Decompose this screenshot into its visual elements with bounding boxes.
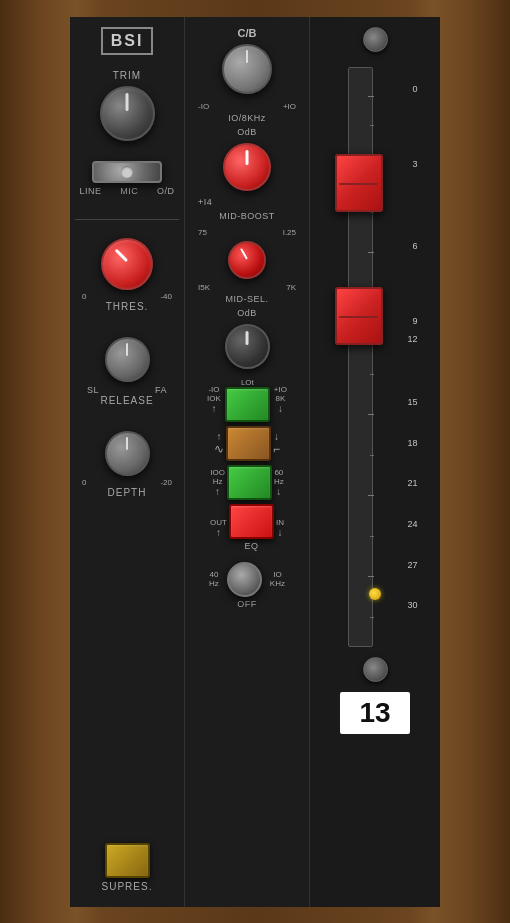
8k-label: 8K xyxy=(275,394,285,403)
switch-labels: LINE MIC O/D xyxy=(80,186,175,196)
channel-number: 13 xyxy=(340,692,410,734)
freq-75: 75 xyxy=(198,228,207,237)
divider-1 xyxy=(75,219,179,220)
mid-filter-button[interactable] xyxy=(226,426,271,461)
cb-knob[interactable] xyxy=(222,44,272,94)
tick-4 xyxy=(368,252,374,253)
60hz-label: 60 xyxy=(274,468,283,477)
release-section: SL FA RELEASE xyxy=(75,337,179,411)
vu-top-knob[interactable] xyxy=(363,27,388,52)
release-labels: SL FA xyxy=(87,385,167,395)
tick-12 xyxy=(368,576,374,577)
off-row: 40 Hz IO KHz xyxy=(193,562,301,597)
off-label: OFF xyxy=(237,599,257,609)
scale-9: 9 xyxy=(412,316,417,326)
vu-meter: 0 3 6 9 12 15 18 21 24 27 30 xyxy=(333,67,418,647)
scale-21: 21 xyxy=(407,478,417,488)
arrow-down-2: ↓ xyxy=(274,431,279,442)
tick-11 xyxy=(370,536,374,537)
odb-label2: OdB xyxy=(237,308,257,318)
btn-row-2: ↑ ∿ ↓ ⌐ xyxy=(193,426,301,461)
thres-zero: 0 xyxy=(82,292,86,301)
pos14-label: +I4 xyxy=(198,197,212,207)
pos10-label: +IO xyxy=(283,102,296,111)
fader-line-1 xyxy=(339,183,379,185)
lf-knob[interactable] xyxy=(225,324,270,369)
neg10-btn-label: -IO xyxy=(208,385,219,394)
shelf-symbol: ⌐ xyxy=(273,442,280,456)
supres-label: SUPRES. xyxy=(102,881,153,892)
neg10-label: -IO xyxy=(198,102,209,111)
tick-1 xyxy=(370,125,374,126)
arrow-down-3: ↓ xyxy=(276,486,281,497)
depth-zero: 0 xyxy=(82,478,86,487)
mid-tone-knob[interactable] xyxy=(228,241,266,279)
right-panel: 0 3 6 9 12 15 18 21 24 27 30 xyxy=(310,17,440,907)
tick-0 xyxy=(368,96,374,97)
scale-30: 30 xyxy=(407,600,417,610)
btn-row-3: IOO Hz ↑ 60 Hz ↓ xyxy=(193,465,301,500)
mid-boost-label: MID-BOOST xyxy=(219,211,275,221)
freq-7k: 7K xyxy=(286,283,296,292)
fader-handle-2[interactable] xyxy=(335,287,383,345)
freq-15k: I5K xyxy=(198,283,210,292)
tick-13 xyxy=(370,617,374,618)
lot-label: LOt xyxy=(241,378,254,387)
hf-boost-knob[interactable] xyxy=(223,143,271,191)
thres-range-labels: 0 -40 xyxy=(82,292,172,301)
off-knob[interactable] xyxy=(227,562,262,597)
wood-frame: BSI TRIM LINE MIC O/D 0 xyxy=(0,0,510,923)
arrow-down-4: ↓ xyxy=(277,527,282,538)
scale-27: 27 xyxy=(407,560,417,570)
trim-label: TRIM xyxy=(113,70,141,81)
input-switch[interactable] xyxy=(92,161,162,183)
cb-label: C/B xyxy=(238,27,257,39)
lo-filter-button[interactable] xyxy=(225,387,270,422)
bsi-logo: BSI xyxy=(101,27,154,55)
lf-filter-button[interactable] xyxy=(227,465,272,500)
10k-label: IOK xyxy=(207,394,221,403)
100hz-label: IOO xyxy=(210,468,225,477)
depth-neg20: -20 xyxy=(160,478,172,487)
arrow-up-3: ↑ xyxy=(215,486,220,497)
hz2-label: Hz xyxy=(274,477,284,486)
out-label: OUT xyxy=(210,518,227,527)
scale-6: 6 xyxy=(412,241,417,251)
line-label: LINE xyxy=(80,186,102,196)
buttons-area: -IO IOK ↑ LOt +IO 8K ↓ xyxy=(193,378,301,557)
mid-freq-labels2: I5K 7K xyxy=(193,283,301,292)
btn-row-1: -IO IOK ↑ LOt +IO 8K ↓ xyxy=(193,378,301,422)
scale-15: 15 xyxy=(407,397,417,407)
arrow-up-4: ↑ xyxy=(216,527,221,538)
fa-label: FA xyxy=(155,385,167,395)
freq-125: I.25 xyxy=(283,228,296,237)
depth-range-labels: 0 -20 xyxy=(82,478,172,487)
10k-bot-label: IO xyxy=(273,570,281,579)
eq-button[interactable] xyxy=(229,504,274,539)
40hz-label: 40 xyxy=(209,570,218,579)
release-label: RELEASE xyxy=(100,395,153,406)
fader-line-2 xyxy=(339,316,379,318)
depth-knob[interactable] xyxy=(105,431,150,476)
tick-10 xyxy=(368,495,374,496)
odb-label1: OdB xyxy=(237,127,257,137)
scale-3: 3 xyxy=(412,159,417,169)
tick-8 xyxy=(368,414,374,415)
in-label: IN xyxy=(276,518,284,527)
eq-label: EQ xyxy=(244,541,258,551)
thres-label: THRES. xyxy=(106,301,149,312)
depth-section: 0 -20 DEPTH xyxy=(75,431,179,503)
tick-7 xyxy=(370,374,374,375)
fader-handle-1[interactable] xyxy=(335,154,383,212)
thres-knob[interactable] xyxy=(101,238,153,290)
scale-18: 18 xyxy=(407,438,417,448)
vu-bottom-knob[interactable] xyxy=(363,657,388,682)
scale-0: 0 xyxy=(412,84,417,94)
release-knob[interactable] xyxy=(105,337,150,382)
arrow-up-2: ↑ xyxy=(216,431,221,442)
mid-sel-label: MID-SEL. xyxy=(225,294,268,304)
supres-button[interactable] xyxy=(105,843,150,878)
thres-section: 0 -40 THRES. xyxy=(75,238,179,317)
trim-knob[interactable] xyxy=(100,86,155,141)
sl-label: SL xyxy=(87,385,99,395)
